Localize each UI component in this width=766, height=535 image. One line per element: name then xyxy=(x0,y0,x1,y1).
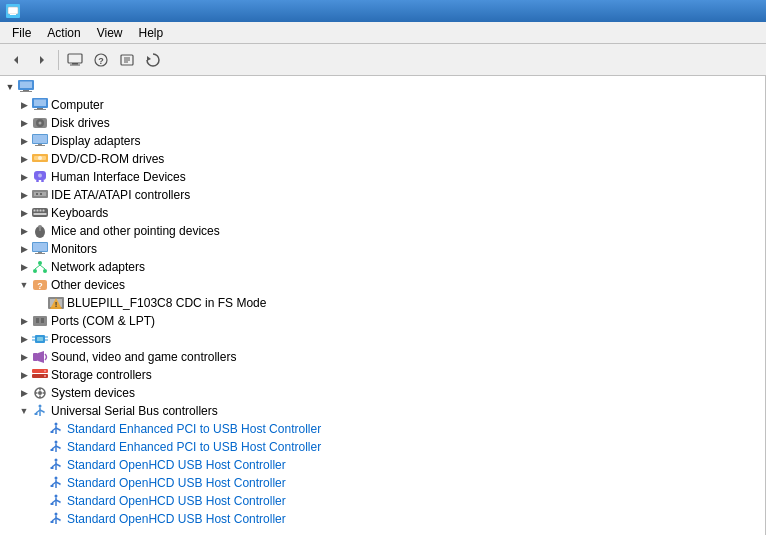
expand-btn-system[interactable]: ▶ xyxy=(16,385,32,401)
expand-btn-keyboards[interactable]: ▶ xyxy=(16,205,32,221)
tree-item-usb5[interactable]: Standard OpenHCD USB Host Controller xyxy=(0,492,765,510)
svg-marker-120 xyxy=(59,502,61,504)
tree-item-disk[interactable]: ▶ Disk drives xyxy=(0,114,765,132)
menu-view[interactable]: View xyxy=(89,24,131,42)
svg-marker-2 xyxy=(14,56,18,64)
svg-rect-64 xyxy=(33,316,47,326)
expand-btn-usb[interactable]: ▼ xyxy=(16,403,32,419)
item-label-dvd: DVD/CD-ROM drives xyxy=(51,152,164,166)
expand-btn-computer[interactable]: ▶ xyxy=(16,97,32,113)
expand-btn-disk[interactable]: ▶ xyxy=(16,115,32,131)
item-icon-sound xyxy=(32,349,48,365)
tree-item-mice[interactable]: ▶ Mice and other pointing devices xyxy=(0,222,765,240)
item-icon-usb4 xyxy=(48,475,64,491)
svg-point-103 xyxy=(55,459,58,462)
item-label-usb6: Standard OpenHCD USB Host Controller xyxy=(67,512,286,526)
update-button[interactable] xyxy=(141,48,165,72)
svg-rect-39 xyxy=(40,193,42,195)
svg-point-80 xyxy=(38,391,42,395)
expand-btn-sound[interactable]: ▶ xyxy=(16,349,32,365)
tree-item-network[interactable]: ▶ Network adapters xyxy=(0,258,765,276)
svg-rect-1 xyxy=(10,14,16,15)
maximize-button[interactable] xyxy=(714,3,736,19)
svg-marker-13 xyxy=(147,56,151,61)
menu-file[interactable]: File xyxy=(4,24,39,42)
tree-item-storage[interactable]: ▶ Storage controllers xyxy=(0,366,765,384)
tree-root[interactable]: ▼ xyxy=(0,78,765,96)
device-tree[interactable]: ▼ ▶ Computer ▶ Disk drives ▶ Display ada… xyxy=(0,76,766,535)
tree-item-system[interactable]: ▶ System devices xyxy=(0,384,765,402)
expand-btn-monitors[interactable]: ▶ xyxy=(16,241,32,257)
tree-item-usb1[interactable]: Standard Enhanced PCI to USB Host Contro… xyxy=(0,420,765,438)
svg-point-97 xyxy=(55,441,58,444)
item-label-monitors: Monitors xyxy=(51,242,97,256)
item-icon-hid xyxy=(32,169,48,185)
expand-spacer-usb4 xyxy=(32,475,48,491)
minimize-button[interactable] xyxy=(690,3,712,19)
menu-help[interactable]: Help xyxy=(131,24,172,42)
expand-btn-storage[interactable]: ▶ xyxy=(16,367,32,383)
expand-btn-display[interactable]: ▶ xyxy=(16,133,32,149)
expand-btn-other[interactable]: ▼ xyxy=(16,277,32,293)
tree-item-ports[interactable]: ▶ Ports (COM & LPT) xyxy=(0,312,765,330)
expand-btn-dvd[interactable]: ▶ xyxy=(16,151,32,167)
window-controls xyxy=(690,3,760,19)
close-button[interactable] xyxy=(738,3,760,19)
svg-point-109 xyxy=(55,477,58,480)
item-label-usb1: Standard Enhanced PCI to USB Host Contro… xyxy=(67,422,321,436)
item-icon-bluepill: ! xyxy=(48,295,64,311)
tree-item-keyboards[interactable]: ▶ Keyboards xyxy=(0,204,765,222)
expand-btn-ports[interactable]: ▶ xyxy=(16,313,32,329)
tree-item-monitors[interactable]: ▶ Monitors xyxy=(0,240,765,258)
menu-action[interactable]: Action xyxy=(39,24,88,42)
item-label-usb3: Standard OpenHCD USB Host Controller xyxy=(67,458,286,472)
item-icon-computer xyxy=(32,97,48,113)
svg-point-91 xyxy=(55,423,58,426)
tree-item-computer[interactable]: ▶ Computer xyxy=(0,96,765,114)
item-label-disk: Disk drives xyxy=(51,116,110,130)
forward-button[interactable] xyxy=(30,48,54,72)
tree-item-usb2[interactable]: Standard Enhanced PCI to USB Host Contro… xyxy=(0,438,765,456)
tree-item-ide[interactable]: ▶ IDE ATA/ATAPI controllers xyxy=(0,186,765,204)
svg-rect-4 xyxy=(68,54,82,63)
item-icon-usb6 xyxy=(48,511,64,527)
tree-item-bluepill[interactable]: ! BLUEPILL_F103C8 CDC in FS Mode xyxy=(0,294,765,312)
item-icon-network xyxy=(32,259,48,275)
item-icon-monitors xyxy=(32,241,48,257)
svg-rect-66 xyxy=(41,318,44,323)
menu-bar: File Action View Help xyxy=(0,22,766,44)
svg-point-48 xyxy=(38,225,42,228)
expand-btn-processors[interactable]: ▶ xyxy=(16,331,32,347)
svg-point-77 xyxy=(44,370,46,372)
item-label-computer: Computer xyxy=(51,98,104,112)
expand-btn-network[interactable]: ▶ xyxy=(16,259,32,275)
properties-button[interactable] xyxy=(115,48,139,72)
svg-point-31 xyxy=(38,156,42,160)
svg-point-55 xyxy=(43,269,47,273)
tree-item-processors[interactable]: ▶ Processors xyxy=(0,330,765,348)
item-icon-storage xyxy=(32,367,48,383)
tree-item-hid[interactable]: ▶ Human Interface Devices xyxy=(0,168,765,186)
back-button[interactable] xyxy=(4,48,28,72)
svg-rect-68 xyxy=(37,337,43,341)
tree-item-usb6[interactable]: Standard OpenHCD USB Host Controller xyxy=(0,510,765,528)
tree-item-display[interactable]: ▶ Display adapters xyxy=(0,132,765,150)
tree-item-usb[interactable]: ▼ Universal Serial Bus controllers xyxy=(0,402,765,420)
computer-button[interactable] xyxy=(63,48,87,72)
expand-btn-hid[interactable]: ▶ xyxy=(16,169,32,185)
tree-item-usb3[interactable]: Standard OpenHCD USB Host Controller xyxy=(0,456,765,474)
tree-item-sound[interactable]: ▶ Sound, video and game controllers xyxy=(0,348,765,366)
app-icon xyxy=(6,4,20,18)
help-button[interactable]: ? xyxy=(89,48,113,72)
root-expand[interactable]: ▼ xyxy=(2,79,18,95)
expand-btn-ide[interactable]: ▶ xyxy=(16,187,32,203)
item-label-keyboards: Keyboards xyxy=(51,206,108,220)
expand-btn-mice[interactable]: ▶ xyxy=(16,223,32,239)
tree-item-dvd[interactable]: ▶ DVD/CD-ROM drives xyxy=(0,150,765,168)
svg-rect-44 xyxy=(43,210,45,212)
tree-item-usb4[interactable]: Standard OpenHCD USB Host Controller xyxy=(0,474,765,492)
expand-spacer-usb1 xyxy=(32,421,48,437)
main-content: ▼ ▶ Computer ▶ Disk drives ▶ Display ada… xyxy=(0,76,766,535)
svg-line-56 xyxy=(35,265,40,269)
tree-item-other[interactable]: ▼ ? Other devices xyxy=(0,276,765,294)
